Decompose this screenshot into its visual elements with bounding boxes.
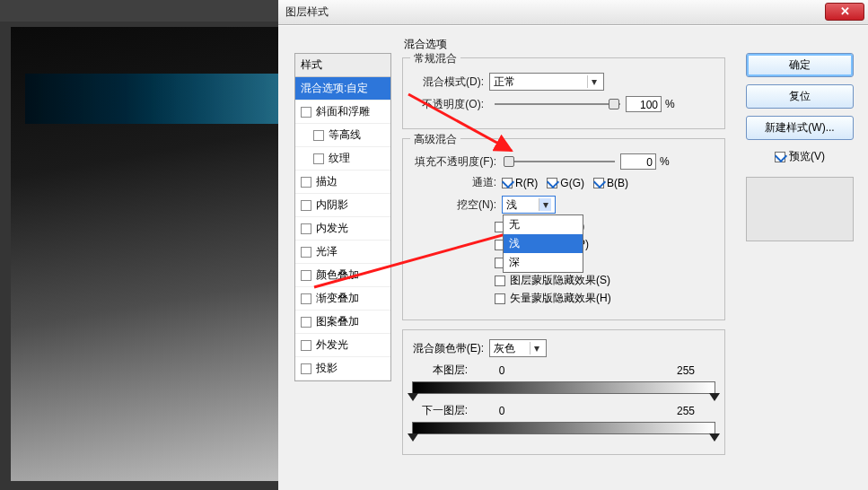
- this-layer-max: 255: [662, 364, 715, 377]
- blend-mode-select[interactable]: 正常 ▾: [489, 73, 604, 91]
- dialog-body: 样式 混合选项:自定斜面和浮雕等高线纹理描边内阴影内发光光泽颜色叠加渐变叠加图案…: [278, 25, 868, 490]
- blend-if-channel-value: 灰色: [494, 341, 515, 356]
- style-row-label: 投影: [316, 361, 338, 376]
- channel-b-checkbox[interactable]: B(B): [593, 177, 628, 189]
- channel-g-checkbox[interactable]: G(G): [547, 177, 584, 189]
- style-checkbox[interactable]: [313, 153, 324, 164]
- styles-heading: 样式: [295, 54, 390, 77]
- style-row-6[interactable]: 内发光: [295, 217, 390, 241]
- checkbox-icon: [775, 152, 785, 162]
- fill-opacity-slider[interactable]: [507, 155, 615, 168]
- slider-handle-left[interactable]: [408, 433, 418, 442]
- style-row-label: 等高线: [329, 127, 361, 143]
- reset-button[interactable]: 复位: [746, 84, 854, 109]
- vector-mask-hides-fx-checkbox[interactable]: 矢量蒙版隐藏效果(H): [495, 291, 715, 306]
- underlying-layer-label: 下一图层:: [412, 403, 475, 418]
- document-canvas: [11, 27, 282, 481]
- style-row-label: 斜面和浮雕: [316, 104, 370, 119]
- slider-handle-left[interactable]: [408, 393, 418, 401]
- dialog-title: 图层样式: [285, 4, 329, 20]
- opacity-label: 不透明度(O):: [412, 97, 489, 112]
- layer-mask-hides-fx-checkbox[interactable]: 图层蒙版隐藏效果(S): [495, 273, 715, 288]
- style-checkbox[interactable]: [301, 177, 311, 188]
- style-checkbox[interactable]: [301, 247, 311, 258]
- style-row-2[interactable]: 等高线: [295, 124, 390, 147]
- underlying-layer-gradient[interactable]: [412, 422, 715, 434]
- opacity-unit: %: [665, 98, 675, 110]
- style-row-9[interactable]: 渐变叠加: [295, 287, 390, 311]
- slider-handle-right[interactable]: [709, 433, 720, 442]
- style-checkbox[interactable]: [301, 200, 311, 211]
- preview-checkbox[interactable]: 预览(V): [746, 149, 854, 164]
- style-row-1[interactable]: 斜面和浮雕: [295, 101, 390, 124]
- style-row-label: 颜色叠加: [316, 267, 359, 283]
- this-layer-min: 0: [475, 364, 529, 377]
- style-row-0[interactable]: 混合选项:自定: [295, 77, 390, 101]
- style-row-11[interactable]: 外发光: [295, 334, 390, 357]
- general-blending-group: 常规混合 混合模式(D): 正常 ▾ 不透明度(O): 100 %: [402, 57, 725, 129]
- fill-opacity-label: 填充不透明度(F):: [412, 154, 502, 170]
- opacity-slider[interactable]: [495, 98, 620, 110]
- this-layer-label: 本图层:: [412, 363, 475, 378]
- blend-mode-value: 正常: [494, 74, 515, 90]
- ok-button[interactable]: 确定: [746, 53, 854, 77]
- blending-options-panel: 混合选项 常规混合 混合模式(D): 正常 ▾ 不透明度(O): 100: [402, 35, 725, 464]
- style-row-label: 渐变叠加: [316, 291, 359, 306]
- knockout-option-0[interactable]: 无: [504, 215, 583, 234]
- close-button[interactable]: ✕: [825, 3, 864, 21]
- style-row-8[interactable]: 颜色叠加: [295, 264, 390, 287]
- blend-if-channel-select[interactable]: 灰色 ▾: [489, 339, 547, 357]
- chevron-down-icon: ▾: [587, 75, 600, 88]
- knockout-label: 挖空(N):: [412, 197, 502, 213]
- knockout-select[interactable]: 浅 ▾ 无浅深: [502, 196, 556, 214]
- channels-label: 通道:: [412, 175, 502, 190]
- underlying-layer-min: 0: [475, 405, 529, 417]
- style-checkbox[interactable]: [301, 107, 311, 118]
- style-row-4[interactable]: 描边: [295, 171, 390, 194]
- layer-style-dialog: 图层样式 ✕ 样式 混合选项:自定斜面和浮雕等高线纹理描边内阴影内发光光泽颜色叠…: [278, 0, 868, 490]
- style-row-label: 纹理: [329, 151, 350, 166]
- style-row-label: 外发光: [316, 337, 348, 353]
- advanced-blending-group: 高级混合 填充不透明度(F): 0 % 通道: R(R) G(G) B(B) 挖: [402, 138, 725, 320]
- blend-mode-label: 混合模式(D):: [412, 74, 489, 90]
- dialog-titlebar[interactable]: 图层样式 ✕: [278, 0, 868, 25]
- style-checkbox[interactable]: [301, 293, 311, 304]
- style-checkbox[interactable]: [301, 270, 311, 281]
- style-row-label: 内发光: [316, 221, 348, 236]
- preview-label: 预览(V): [789, 149, 825, 164]
- style-row-10[interactable]: 图案叠加: [295, 311, 390, 334]
- advanced-blending-legend: 高级混合: [410, 132, 460, 147]
- style-row-label: 混合选项:自定: [301, 81, 368, 96]
- chevron-down-icon: ▾: [530, 342, 542, 354]
- opacity-input[interactable]: 100: [626, 96, 662, 112]
- styles-panel: 样式 混合选项:自定斜面和浮雕等高线纹理描边内阴影内发光光泽颜色叠加渐变叠加图案…: [294, 53, 391, 381]
- underlying-layer-range: 下一图层: 0 255: [412, 403, 715, 434]
- channel-r-checkbox[interactable]: R(R): [502, 177, 538, 189]
- blend-if-label: 混合颜色带(E):: [412, 341, 489, 356]
- knockout-option-2[interactable]: 深: [504, 253, 583, 272]
- style-row-12[interactable]: 投影: [295, 357, 390, 381]
- style-row-label: 光泽: [316, 244, 338, 259]
- new-style-button[interactable]: 新建样式(W)...: [746, 116, 854, 140]
- styles-list: 混合选项:自定斜面和浮雕等高线纹理描边内阴影内发光光泽颜色叠加渐变叠加图案叠加外…: [295, 77, 390, 381]
- blend-if-group: 混合颜色带(E): 灰色 ▾ 本图层: 0 255: [402, 329, 725, 455]
- style-row-3[interactable]: 纹理: [295, 147, 390, 171]
- dialog-button-column: 确定 复位 新建样式(W)... 预览(V): [746, 53, 854, 241]
- style-row-label: 内阴影: [316, 197, 348, 213]
- general-blending-legend: 常规混合: [410, 51, 460, 66]
- this-layer-gradient[interactable]: [412, 381, 715, 394]
- style-row-label: 图案叠加: [316, 314, 359, 329]
- style-row-5[interactable]: 内阴影: [295, 194, 390, 217]
- fill-opacity-input[interactable]: 0: [620, 153, 656, 170]
- style-checkbox[interactable]: [301, 223, 311, 234]
- this-layer-range: 本图层: 0 255: [412, 363, 715, 394]
- style-row-label: 描边: [316, 174, 338, 189]
- style-checkbox[interactable]: [313, 130, 324, 141]
- style-checkbox[interactable]: [301, 340, 311, 351]
- slider-handle-right[interactable]: [709, 393, 720, 401]
- style-checkbox[interactable]: [301, 363, 311, 374]
- style-checkbox[interactable]: [301, 317, 311, 328]
- knockout-value: 浅: [506, 197, 517, 213]
- knockout-option-1[interactable]: 浅: [504, 234, 583, 253]
- style-row-7[interactable]: 光泽: [295, 241, 390, 264]
